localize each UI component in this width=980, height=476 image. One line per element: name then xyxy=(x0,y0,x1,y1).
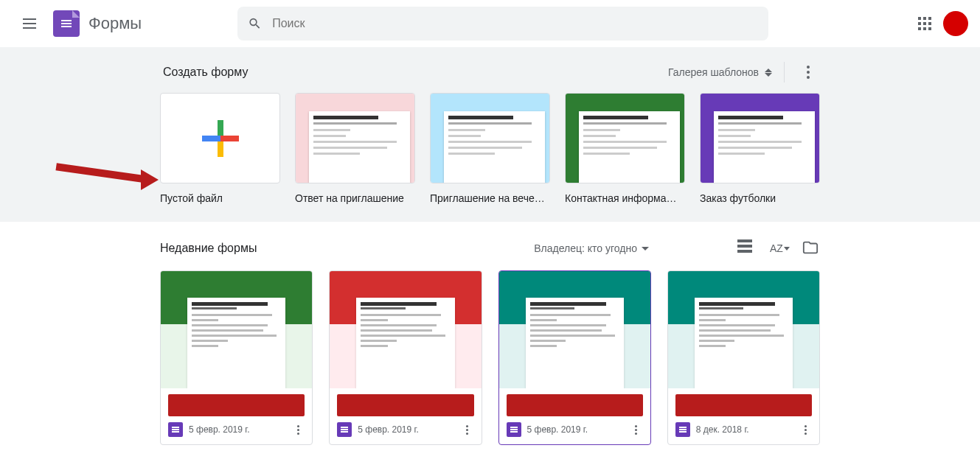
dropdown-icon xyxy=(642,247,649,251)
form-meta: 5 февр. 2019 г. xyxy=(499,416,650,444)
template-card[interactable]: Ответ на приглашение xyxy=(295,93,415,204)
form-date: 5 февр. 2019 г. xyxy=(527,424,624,435)
template-doc-preview xyxy=(309,111,410,183)
form-title-redacted xyxy=(337,394,473,416)
form-doc-preview xyxy=(695,298,793,388)
form-meta: 5 февр. 2019 г. xyxy=(330,416,481,444)
form-thumb xyxy=(330,271,481,388)
plus-icon xyxy=(202,120,239,157)
templates-more-button[interactable] xyxy=(799,66,817,79)
account-avatar[interactable] xyxy=(943,11,968,36)
gallery-label: Галерея шаблонов xyxy=(668,66,759,78)
templates-title: Создать форму xyxy=(163,66,248,79)
main-menu-button[interactable] xyxy=(12,6,47,41)
template-card[interactable]: Пустой файл xyxy=(160,93,280,204)
form-card[interactable]: 5 февр. 2019 г. xyxy=(498,270,651,445)
template-card[interactable]: Контактная информа… xyxy=(565,93,685,204)
template-label: Ответ на приглашение xyxy=(295,192,415,204)
unfold-icon xyxy=(765,69,772,77)
list-view-button[interactable] xyxy=(737,239,755,257)
form-more-button[interactable] xyxy=(799,425,812,435)
form-date: 8 дек. 2018 г. xyxy=(696,424,793,435)
form-meta: 8 дек. 2018 г. xyxy=(668,416,819,444)
form-more-button[interactable] xyxy=(291,425,305,435)
template-thumb xyxy=(430,93,550,183)
forms-file-icon xyxy=(507,422,521,437)
form-card[interactable]: 5 февр. 2019 г. xyxy=(160,270,313,445)
form-date: 5 февр. 2019 г. xyxy=(189,424,285,435)
form-doc-preview xyxy=(526,298,624,388)
forms-logo-icon[interactable] xyxy=(53,10,80,37)
form-card[interactable]: 5 февр. 2019 г. xyxy=(329,270,482,445)
template-row: Пустой файл Ответ на приглашение Приглаш… xyxy=(160,93,820,204)
recent-title: Недавние формы xyxy=(160,242,257,255)
form-doc-preview xyxy=(187,298,285,388)
template-doc-preview xyxy=(714,111,815,183)
search-input[interactable] xyxy=(272,17,758,30)
form-thumb xyxy=(499,271,650,388)
template-label: Заказ футболки xyxy=(700,192,820,204)
search-icon xyxy=(248,16,262,31)
app-header: Формы xyxy=(0,0,980,47)
template-label: Пустой файл xyxy=(160,192,280,204)
owner-filter[interactable]: Владелец: кто угодно xyxy=(534,242,649,254)
template-doc-preview xyxy=(444,111,545,183)
search-bar[interactable] xyxy=(237,7,768,41)
forms-file-icon xyxy=(675,422,690,437)
annotation-arrow xyxy=(55,165,159,195)
list-icon xyxy=(737,239,752,253)
form-meta: 5 февр. 2019 г. xyxy=(161,416,312,444)
sort-button[interactable]: AZ xyxy=(770,239,788,257)
divider xyxy=(784,62,785,83)
recent-forms-grid: 5 февр. 2019 г. 5 февр. 2019 г. xyxy=(160,270,820,445)
form-more-button[interactable] xyxy=(630,425,643,435)
template-thumb xyxy=(565,93,685,183)
template-card[interactable]: Заказ футболки xyxy=(700,93,820,204)
owner-filter-label: Владелец: кто угодно xyxy=(534,242,637,254)
form-title-redacted xyxy=(507,394,643,416)
form-date: 5 февр. 2019 г. xyxy=(358,424,454,435)
app-title: Формы xyxy=(88,14,142,33)
template-card[interactable]: Приглашение на вече… xyxy=(430,93,550,204)
template-label: Контактная информа… xyxy=(565,192,685,204)
template-thumb xyxy=(295,93,415,183)
template-label: Приглашение на вече… xyxy=(430,192,550,204)
forms-file-icon xyxy=(168,422,183,437)
template-thumb xyxy=(160,93,280,183)
google-apps-button[interactable] xyxy=(918,17,931,30)
recent-section: Недавние формы Владелец: кто угодно AZ xyxy=(0,222,980,463)
sort-az-icon: AZ xyxy=(770,242,783,254)
form-more-button[interactable] xyxy=(461,425,474,435)
template-doc-preview xyxy=(579,111,680,183)
template-thumb xyxy=(700,93,820,183)
open-folder-button[interactable] xyxy=(802,239,820,257)
form-title-redacted xyxy=(168,394,305,416)
form-card[interactable]: 8 дек. 2018 г. xyxy=(667,270,820,445)
folder-icon xyxy=(802,239,819,256)
template-gallery-toggle[interactable]: Галерея шаблонов xyxy=(668,66,772,78)
templates-section: Создать форму Галерея шаблонов Пустой фа… xyxy=(0,47,980,222)
hamburger-icon xyxy=(23,18,36,29)
form-thumb xyxy=(668,271,819,388)
form-thumb xyxy=(161,271,312,388)
form-doc-preview xyxy=(356,298,454,388)
forms-file-icon xyxy=(337,422,352,437)
form-title-redacted xyxy=(675,394,812,416)
